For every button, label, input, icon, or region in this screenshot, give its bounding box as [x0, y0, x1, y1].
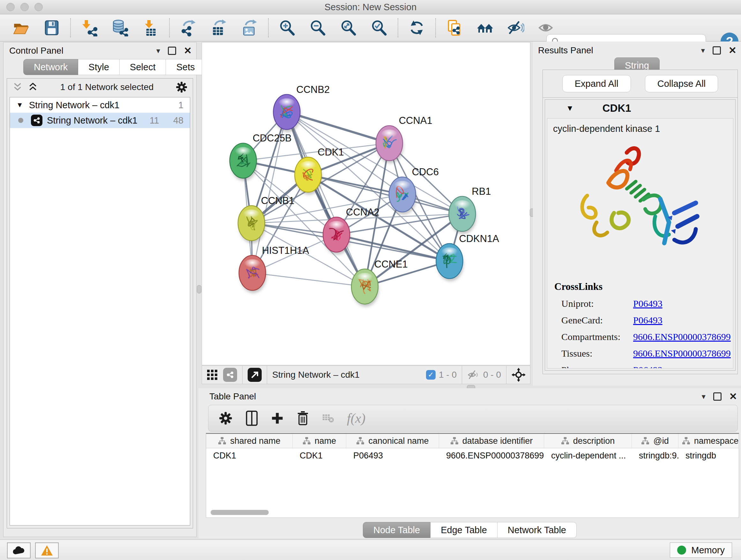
save-session-button[interactable]: [43, 19, 61, 37]
export-table-button[interactable]: [210, 19, 228, 37]
collapse-all-icon[interactable]: [12, 82, 23, 92]
panel-menu-icon[interactable]: ▾: [702, 393, 705, 400]
import-table-icon: [142, 19, 159, 37]
column-header-id[interactable]: @id: [632, 434, 678, 448]
column-header-description[interactable]: description: [544, 434, 632, 448]
table-row[interactable]: CDK1CDK1P064939606.ENSP00000378699cyclin…: [206, 448, 739, 463]
column-label: database identifier: [462, 436, 533, 446]
cloud-status-button[interactable]: [7, 543, 30, 558]
tab-network[interactable]: Network: [23, 59, 78, 75]
left-splitter-handle[interactable]: [197, 285, 201, 294]
cell-name[interactable]: CDK1: [293, 448, 346, 463]
expand-all-icon[interactable]: [27, 82, 38, 92]
float-panel-icon[interactable]: [713, 392, 722, 401]
network-from-selection-button[interactable]: [446, 19, 463, 37]
crosslink-link-tissues[interactable]: 9606.ENSP00000378699: [633, 348, 731, 359]
results-panel-title: Results Panel: [538, 45, 593, 56]
cell-description[interactable]: cyclin-dependent ...: [544, 448, 632, 463]
crosslink-label: Uniprot:: [554, 298, 633, 309]
column-header-canonical-name[interactable]: canonical name: [346, 434, 439, 448]
column-header-database-identifier[interactable]: database identifier: [439, 434, 544, 448]
network-node-HIST1H1A[interactable]: HIST1H1A: [239, 245, 309, 293]
edge-HIST1H1A-CCNE1[interactable]: [253, 273, 365, 287]
zoom-fit-button[interactable]: [340, 19, 357, 37]
network-node-RB1[interactable]: RB1: [449, 186, 491, 234]
pan-crosshair-icon[interactable]: [512, 368, 526, 382]
zoom-out-button[interactable]: [309, 19, 327, 37]
refresh-arrows-icon: [408, 19, 425, 37]
export-network-button[interactable]: [179, 19, 197, 37]
import-table-button[interactable]: [142, 19, 159, 37]
cell-namespace[interactable]: stringdb: [678, 448, 739, 463]
delete-column-trash-icon[interactable]: [296, 411, 309, 426]
birdseye-grid-icon[interactable]: [206, 369, 218, 381]
cell-id[interactable]: stringdb:9...: [632, 448, 678, 463]
column-header-name[interactable]: name: [293, 434, 346, 448]
panel-menu-icon[interactable]: ▾: [156, 47, 160, 55]
node-label-CDKN1A: CDKN1A: [459, 233, 499, 244]
collapse-all-button[interactable]: Collapse All: [645, 75, 718, 92]
edge-CCNB2-CCNA1[interactable]: [286, 112, 389, 143]
tab-sets[interactable]: Sets: [166, 59, 205, 75]
table-settings-gear-icon[interactable]: [219, 411, 232, 425]
network-selection-summary: 1 of 1 Network selected: [38, 82, 176, 92]
tab-style[interactable]: Style: [78, 59, 119, 75]
cell-shared-name[interactable]: CDK1: [206, 448, 293, 463]
crosslink-link-genecard[interactable]: P06493: [633, 315, 663, 326]
gene-expander-icon[interactable]: ▼: [566, 104, 574, 113]
panel-menu-icon[interactable]: ▾: [701, 47, 705, 54]
table-tabs: Node TableEdge TableNetwork Table: [199, 522, 741, 538]
column-header-namespace[interactable]: namespace: [678, 434, 739, 448]
crosslink-link-pharos[interactable]: P06493: [633, 365, 663, 368]
tab-select[interactable]: Select: [120, 59, 166, 75]
close-panel-icon[interactable]: ✕: [184, 46, 192, 56]
gene-section: ▼ CDK1 cyclin-dependent kinase 1: [545, 99, 736, 371]
network-node-CCNA1[interactable]: CCNA1: [376, 115, 432, 163]
edge-CCNA2-CDKN1A[interactable]: [336, 235, 449, 261]
crosslink-link-uniprot[interactable]: P06493: [633, 298, 663, 309]
string-network-badge[interactable]: [223, 368, 237, 382]
edge-CCNB2-CCNE1[interactable]: [286, 112, 365, 287]
float-panel-icon[interactable]: [713, 46, 721, 55]
node-count: 11: [150, 115, 159, 126]
show-columns-icon[interactable]: [246, 411, 258, 426]
network-node-CDKN1A[interactable]: CDKN1A: [436, 233, 499, 281]
open-session-button[interactable]: [12, 19, 30, 37]
float-panel-icon[interactable]: [168, 47, 176, 55]
table-horizontal-scrollbar[interactable]: [211, 510, 269, 515]
tab-edge-table[interactable]: Edge Table: [430, 522, 497, 538]
apply-layout-button[interactable]: [408, 19, 426, 37]
crosslink-link-compartments[interactable]: 9606.ENSP00000378699: [633, 331, 731, 342]
houses-button[interactable]: [476, 19, 494, 37]
hide-selected-button[interactable]: [507, 19, 525, 37]
add-column-plus-icon[interactable]: [271, 412, 284, 425]
close-panel-icon[interactable]: ✕: [729, 392, 737, 401]
open-in-string-button[interactable]: [248, 368, 262, 382]
network-node-CCNB2[interactable]: CCNB2: [273, 84, 330, 132]
memory-button[interactable]: Memory: [670, 543, 732, 558]
expand-all-button[interactable]: Expand All: [562, 75, 631, 92]
cell-canonical-name[interactable]: P06493: [346, 448, 439, 463]
tab-network-table[interactable]: Network Table: [497, 522, 577, 538]
warnings-button[interactable]: [35, 543, 59, 558]
import-network-from-database-button[interactable]: [111, 19, 129, 37]
network-view-canvas[interactable]: CCNB2CCNA1CDC25BCDK1CDC6RB1CCNB1CCNA2CDK…: [202, 42, 530, 365]
network-collection-row[interactable]: ▼ String Network – cdk1 1: [10, 98, 190, 113]
current-network-name: String Network – cdk1: [272, 370, 360, 380]
copy-documents-icon: [446, 19, 463, 37]
column-header-shared-name[interactable]: shared name: [206, 434, 293, 448]
zoom-selected-button[interactable]: [370, 19, 388, 37]
import-network-button[interactable]: [80, 19, 98, 37]
selected-checkbox-icon[interactable]: ✓: [426, 370, 435, 380]
close-panel-icon[interactable]: ✕: [729, 46, 737, 55]
tab-node-table[interactable]: Node Table: [363, 522, 430, 538]
network-node-CDC25B[interactable]: CDC25B: [230, 132, 292, 181]
cell-database-identifier[interactable]: 9606.ENSP00000378699: [439, 448, 544, 463]
gear-icon[interactable]: [176, 81, 188, 93]
export-image-button[interactable]: [241, 19, 259, 37]
gene-description: cyclin-dependent kinase 1: [547, 118, 733, 134]
tree-expander-icon[interactable]: ▼: [16, 101, 23, 109]
zoom-in-button[interactable]: [278, 19, 296, 37]
column-type-icon: [682, 437, 690, 445]
network-row[interactable]: String Network – cdk1 11 48: [10, 113, 190, 128]
